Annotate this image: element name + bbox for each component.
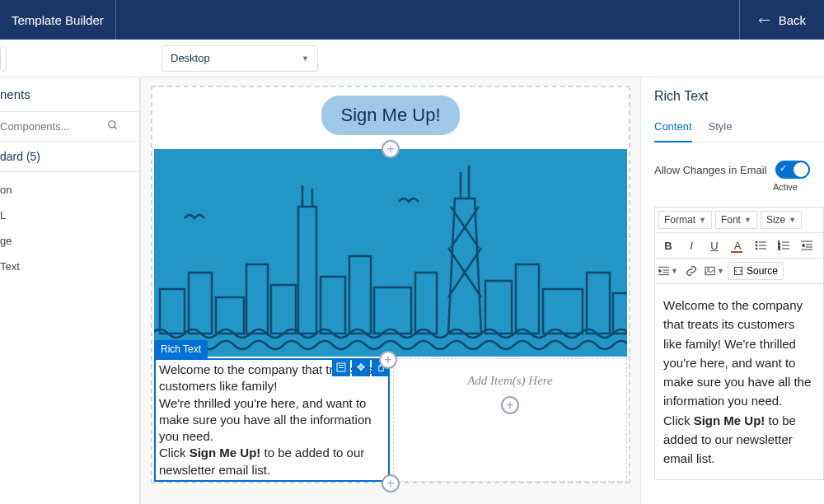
component-item[interactable]: ge	[0, 228, 139, 254]
rich-text-editor: Format▼ Font▼ Size▼ B I U A 123 ▼ ▼ Sour…	[654, 207, 824, 480]
two-column-row: Rich Text ✥ + Welcome to the company tha…	[154, 358, 627, 482]
sidebar-title: nents	[0, 77, 139, 111]
toggle-state: Active	[654, 182, 824, 192]
top-bar: Template Builder 🡐 Back	[0, 0, 824, 40]
allow-changes-row: Allow Changes in Email ✓	[654, 142, 824, 182]
italic-button[interactable]: I	[681, 236, 701, 254]
viewport-value: Desktop	[171, 52, 210, 64]
standard-accordion[interactable]: dard (5)	[0, 142, 139, 172]
svg-point-29	[756, 241, 757, 243]
indent-button[interactable]: ▼	[658, 262, 678, 280]
svg-point-33	[756, 248, 757, 250]
block-move-button[interactable]: ✥	[352, 358, 370, 376]
svg-point-50	[708, 268, 709, 270]
font-select[interactable]: Font▼	[715, 211, 757, 229]
rt-line: Click	[159, 446, 190, 460]
components-search-input[interactable]	[0, 117, 107, 136]
sign-me-up-button[interactable]: Sign Me Up!	[321, 96, 459, 135]
rt-line: We're thrilled you're here, and want to …	[159, 396, 372, 444]
bullet-list-button[interactable]	[751, 236, 770, 254]
svg-rect-27	[339, 365, 344, 366]
back-label: Back	[779, 13, 806, 27]
viewport-select[interactable]: Desktop ▼	[162, 45, 318, 72]
source-button[interactable]: Source	[728, 262, 784, 280]
tab-content[interactable]: Content	[654, 115, 692, 142]
empty-column[interactable]: Add Item(s) Here +	[393, 358, 627, 482]
add-component-button[interactable]: +	[379, 351, 397, 369]
components-sidebar: nents dard (5) on L ge Text	[0, 77, 140, 504]
rt-bold: Sign Me Up!	[190, 446, 261, 460]
svg-text:3: 3	[778, 246, 780, 250]
allow-changes-toggle[interactable]: ✓	[775, 161, 810, 179]
add-component-button[interactable]: +	[501, 396, 519, 414]
svg-rect-28	[339, 367, 344, 368]
panel-title: Rich Text	[654, 86, 824, 115]
app-title: Template Builder	[0, 0, 116, 40]
search-wrap	[0, 111, 139, 142]
block-settings-button[interactable]	[332, 358, 350, 376]
rich-text-block[interactable]: Rich Text ✥ + Welcome to the company tha…	[154, 358, 390, 482]
outdent-button[interactable]	[797, 236, 817, 254]
component-item[interactable]: Text	[0, 254, 139, 279]
toggle-knob	[794, 162, 808, 177]
bold-button[interactable]: B	[658, 236, 678, 254]
add-items-placeholder: Add Item(s) Here	[394, 359, 626, 396]
text-color-button[interactable]: A	[728, 236, 747, 254]
toolbar-button-partial[interactable]	[0, 45, 7, 72]
toggle-label: Allow Changes in Email	[654, 164, 767, 176]
source-label: Source	[747, 265, 778, 277]
add-component-button[interactable]: +	[382, 140, 400, 158]
component-item[interactable]: L	[0, 203, 139, 228]
check-icon: ✓	[780, 163, 787, 174]
underline-button[interactable]: U	[705, 236, 724, 254]
size-select[interactable]: Size▼	[761, 211, 802, 229]
format-select[interactable]: Format▼	[658, 211, 712, 229]
svg-rect-2	[154, 149, 627, 357]
ed-line: Welcome to the company that treats its c…	[663, 298, 811, 408]
editor-textarea[interactable]: Welcome to the company that treats its c…	[655, 284, 823, 479]
properties-panel: Rich Text Content Style Allow Changes in…	[641, 77, 824, 504]
selected-tag: Rich Text	[154, 340, 208, 358]
svg-rect-49	[705, 267, 714, 274]
link-button[interactable]	[681, 262, 701, 280]
tab-style[interactable]: Style	[709, 115, 733, 142]
toolbar: Desktop ▼	[0, 40, 824, 77]
image-button[interactable]: ▼	[705, 262, 724, 280]
svg-point-31	[756, 245, 757, 246]
search-icon	[107, 119, 119, 134]
svg-point-0	[109, 120, 115, 127]
add-component-button[interactable]: +	[382, 474, 400, 492]
ed-bold: Sign Me Up!	[694, 413, 765, 427]
ed-line: Click	[663, 413, 694, 427]
panel-tabs: Content Style	[654, 115, 824, 142]
arrow-left-icon: 🡐	[758, 13, 770, 27]
email-canvas: Sign Me Up! +	[151, 86, 630, 483]
component-list: on L ge Text	[0, 172, 139, 284]
component-item[interactable]: on	[0, 177, 139, 203]
back-button[interactable]: 🡐 Back	[739, 0, 824, 40]
canvas-area: Sign Me Up! +	[140, 77, 641, 504]
hero-image[interactable]	[154, 149, 627, 357]
accordion-label: dard (5)	[0, 150, 40, 163]
number-list-button[interactable]: 123	[774, 236, 794, 254]
svg-line-1	[115, 126, 117, 128]
rich-text-content: Welcome to the company that treats its c…	[156, 360, 388, 480]
chevron-down-icon: ▼	[302, 54, 309, 63]
